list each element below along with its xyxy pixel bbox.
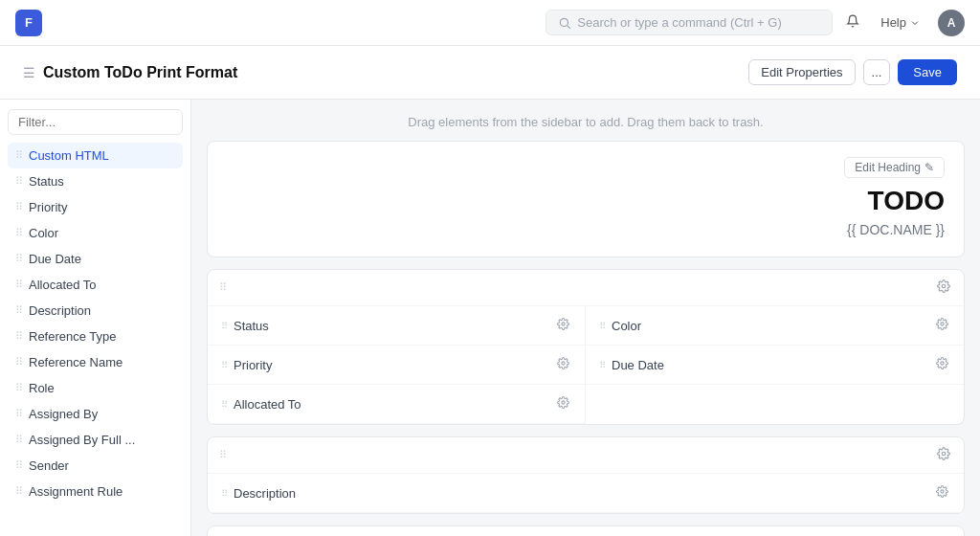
bell-icon	[846, 14, 859, 28]
sidebar-drag-handle: ⠿	[15, 175, 23, 188]
page-header-left: ☰ Custom ToDo Print Format	[23, 64, 237, 81]
field-label-description: Description	[234, 486, 296, 501]
section-1-gear-button[interactable]	[935, 278, 952, 298]
page-header-right: Edit Properties ... Save	[748, 59, 957, 85]
svg-line-1	[568, 25, 570, 28]
sidebar-item-status[interactable]: ⠿ Status	[8, 168, 183, 194]
reference-header: ⠿ Reference	[208, 526, 964, 536]
save-button[interactable]: Save	[898, 59, 957, 85]
edit-pencil-icon: ✎	[924, 161, 934, 174]
field-drag-handle[interactable]: ⠿	[221, 399, 228, 410]
field-gear-allocated-to[interactable]	[555, 394, 571, 413]
sidebar-item-label: Color	[29, 226, 58, 240]
section-card-2: ⠿ ⠿ Description	[207, 436, 965, 514]
sidebar-drag-handle: ⠿	[15, 201, 23, 213]
sidebar-item-label: Description	[29, 303, 91, 318]
gear-icon	[937, 447, 950, 460]
top-navigation: F Search or type a command (Ctrl + G) He…	[0, 0, 980, 46]
field-label-allocated-to: Allocated To	[234, 397, 301, 412]
sidebar-item-label: Reference Name	[29, 355, 122, 369]
sidebar-item-label: Sender	[29, 458, 69, 473]
sidebar-item-label: Reference Type	[29, 329, 117, 344]
edit-heading-label: Edit Heading	[855, 161, 921, 174]
section-2-drag-handle[interactable]: ⠿	[219, 449, 227, 461]
sidebar-item-label: Role	[29, 381, 55, 395]
sidebar-drag-handle: ⠿	[15, 304, 23, 317]
edit-heading-button[interactable]: Edit Heading ✎	[844, 157, 945, 178]
field-row-status: ⠿ Status	[208, 306, 586, 346]
sidebar-item-label: Due Date	[29, 252, 81, 266]
sidebar-item-due-date[interactable]: ⠿ Due Date	[8, 246, 183, 272]
avatar[interactable]: A	[938, 10, 965, 36]
sidebar-drag-handle: ⠿	[15, 485, 23, 498]
field-label-color: Color	[612, 319, 641, 333]
field-drag-handle[interactable]: ⠿	[221, 360, 228, 370]
nav-right: Search or type a command (Ctrl + G) Help…	[546, 10, 965, 36]
sidebar-item-custom-html[interactable]: ⠿ Custom HTML	[8, 143, 183, 168]
field-drag-handle[interactable]: ⠿	[221, 488, 228, 499]
sidebar-drag-handle: ⠿	[15, 149, 23, 162]
sidebar-item-allocated-to[interactable]: ⠿ Allocated To	[8, 272, 183, 298]
more-options-button[interactable]: ...	[863, 59, 891, 85]
section-1-fields-grid: ⠿ Status ⠿ Color	[208, 306, 964, 424]
field-drag-handle[interactable]: ⠿	[221, 321, 228, 331]
gear-icon	[936, 357, 948, 369]
field-gear-color[interactable]	[934, 316, 950, 335]
field-drag-handle[interactable]: ⠿	[599, 360, 606, 370]
sidebar-item-assigned-by-full[interactable]: ⠿ Assigned By Full ...	[8, 427, 183, 453]
svg-point-9	[941, 490, 944, 493]
sidebar-item-sender[interactable]: ⠿ Sender	[8, 453, 183, 479]
field-gear-status[interactable]	[555, 316, 571, 335]
field-drag-handle[interactable]: ⠿	[599, 321, 606, 331]
sidebar-item-assigned-by[interactable]: ⠿ Assigned By	[8, 401, 183, 427]
sidebar-item-color[interactable]: ⠿ Color	[8, 220, 183, 246]
sidebar-item-label: Priority	[29, 200, 67, 214]
page-title: Custom ToDo Print Format	[43, 64, 237, 81]
sidebar-item-label: Custom HTML	[29, 148, 109, 163]
field-row-color: ⠿ Color	[586, 306, 964, 346]
sidebar-toggle-icon[interactable]: ☰	[23, 65, 35, 80]
section-2-gear-button[interactable]	[935, 445, 952, 465]
sidebar-item-reference-name[interactable]: ⠿ Reference Name	[8, 349, 183, 375]
search-bar[interactable]: Search or type a command (Ctrl + G)	[546, 10, 833, 35]
field-label-due-date: Due Date	[612, 358, 664, 372]
heading-card: Edit Heading ✎ TODO {{ DOC.NAME }}	[207, 141, 965, 257]
edit-heading-row: Edit Heading ✎	[227, 157, 945, 178]
sidebar-item-label: Assigned By	[29, 407, 98, 421]
sidebar-drag-handle: ⠿	[15, 253, 23, 265]
sidebar-items-list: ⠿ Custom HTML⠿ Status⠿ Priority⠿ Color⠿ …	[8, 143, 183, 504]
sidebar-item-description[interactable]: ⠿ Description	[8, 298, 183, 324]
svg-point-3	[562, 323, 565, 325]
sidebar-filter-input[interactable]	[8, 109, 183, 135]
svg-point-0	[561, 18, 568, 26]
field-label-status: Status	[234, 319, 269, 333]
sidebar-drag-handle: ⠿	[15, 459, 23, 472]
svg-point-4	[941, 323, 944, 325]
notifications-button[interactable]	[842, 11, 863, 34]
sidebar-item-role[interactable]: ⠿ Role	[8, 375, 183, 401]
sidebar-item-label: Assignment Rule	[29, 484, 122, 499]
sidebar-item-assignment-rule[interactable]: ⠿ Assignment Rule	[8, 479, 183, 504]
field-row-due-date: ⠿ Due Date	[586, 346, 964, 385]
edit-properties-button[interactable]: Edit Properties	[748, 59, 855, 85]
sidebar-item-label: Status	[29, 174, 64, 189]
sidebar-drag-handle: ⠿	[15, 382, 23, 394]
main-layout: ⠿ Custom HTML⠿ Status⠿ Priority⠿ Color⠿ …	[0, 100, 980, 536]
field-gear-priority[interactable]	[555, 355, 571, 374]
gear-icon	[557, 357, 569, 369]
sidebar-item-reference-type[interactable]: ⠿ Reference Type	[8, 324, 183, 349]
section-drag-handle[interactable]: ⠿	[219, 281, 227, 294]
field-gear-due-date[interactable]	[934, 355, 950, 374]
help-button[interactable]: Help	[873, 11, 928, 34]
field-gear-description[interactable]	[934, 483, 950, 502]
svg-point-7	[562, 401, 565, 404]
gear-icon	[936, 485, 948, 498]
sidebar-item-priority[interactable]: ⠿ Priority	[8, 194, 183, 220]
chevron-down-icon	[909, 17, 921, 29]
sidebar-drag-handle: ⠿	[15, 330, 23, 343]
field-label-priority: Priority	[234, 358, 272, 372]
section-card-1: ⠿ ⠿ Status	[207, 269, 965, 425]
sidebar-drag-handle: ⠿	[15, 279, 23, 291]
section-1-header: ⠿	[208, 270, 964, 306]
gear-icon	[557, 318, 569, 330]
